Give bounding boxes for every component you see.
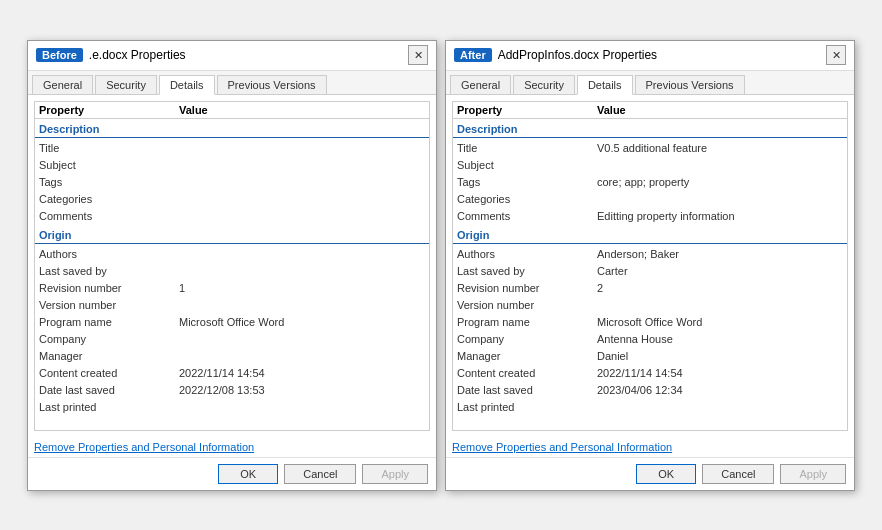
before-section-description: Description xyxy=(35,121,429,138)
before-cancel-button[interactable]: Cancel xyxy=(284,464,356,484)
before-tab-general[interactable]: General xyxy=(32,75,93,94)
table-row: CommentsEditting property information xyxy=(453,208,847,225)
before-table: Property Value Description Title Subject… xyxy=(34,101,430,431)
after-title-text: AddPropInfos.docx Properties xyxy=(498,48,657,62)
table-row: Last saved by xyxy=(35,263,429,280)
table-row: Last saved byCarter xyxy=(453,263,847,280)
before-col-value-header: Value xyxy=(179,104,425,116)
after-table-header: Property Value xyxy=(453,102,847,119)
table-row: ManagerDaniel xyxy=(453,348,847,365)
after-title-bar: After AddPropInfos.docx Properties ✕ xyxy=(446,41,854,71)
before-tab-security[interactable]: Security xyxy=(95,75,157,94)
table-row: Categories xyxy=(453,191,847,208)
after-content-area: Property Value Description TitleV0.5 add… xyxy=(446,95,854,437)
table-row: Subject xyxy=(453,157,847,174)
table-row: Content created2022/11/14 14:54 xyxy=(35,365,429,382)
after-col-property-header: Property xyxy=(457,104,597,116)
after-tab-security[interactable]: Security xyxy=(513,75,575,94)
table-row: CompanyAntenna House xyxy=(453,331,847,348)
table-row: Tags xyxy=(35,174,429,191)
after-cancel-button[interactable]: Cancel xyxy=(702,464,774,484)
before-col-property-header: Property xyxy=(39,104,179,116)
after-section-origin: Origin xyxy=(453,227,847,244)
before-badge: Before xyxy=(36,48,83,62)
before-table-header: Property Value xyxy=(35,102,429,119)
after-tab-details[interactable]: Details xyxy=(577,75,633,95)
after-col-value-header: Value xyxy=(597,104,843,116)
table-row: TitleV0.5 additional feature xyxy=(453,140,847,157)
table-row: Program nameMicrosoft Office Word xyxy=(35,314,429,331)
before-tab-previous-versions[interactable]: Previous Versions xyxy=(217,75,327,94)
table-row: Version number xyxy=(453,297,847,314)
after-apply-button[interactable]: Apply xyxy=(780,464,846,484)
table-row: Program nameMicrosoft Office Word xyxy=(453,314,847,331)
table-row: Company xyxy=(35,331,429,348)
table-row: Comments xyxy=(35,208,429,225)
after-tab-general[interactable]: General xyxy=(450,75,511,94)
before-title-text: .e.docx Properties xyxy=(89,48,186,62)
before-dialog: Before .e.docx Properties ✕ General Secu… xyxy=(27,40,437,491)
before-remove-properties-link[interactable]: Remove Properties and Personal Informati… xyxy=(28,437,436,457)
before-close-button[interactable]: ✕ xyxy=(408,45,428,65)
after-table-body: Description TitleV0.5 additional feature… xyxy=(453,119,847,423)
after-section-description: Description xyxy=(453,121,847,138)
table-row: Content created2022/11/14 14:54 xyxy=(453,365,847,382)
after-table: Property Value Description TitleV0.5 add… xyxy=(452,101,848,431)
table-row: Tagscore; app; property xyxy=(453,174,847,191)
before-ok-button[interactable]: OK xyxy=(218,464,278,484)
before-table-body: Description Title Subject Tags Categorie… xyxy=(35,119,429,423)
table-row: Revision number2 xyxy=(453,280,847,297)
after-title-left: After AddPropInfos.docx Properties xyxy=(454,48,657,62)
before-title-left: Before .e.docx Properties xyxy=(36,48,186,62)
table-row: Version number xyxy=(35,297,429,314)
before-tab-details[interactable]: Details xyxy=(159,75,215,95)
after-remove-properties-link[interactable]: Remove Properties and Personal Informati… xyxy=(446,437,854,457)
table-row: AuthorsAnderson; Baker xyxy=(453,246,847,263)
before-dialog-buttons: OK Cancel Apply xyxy=(28,457,436,490)
table-row: Authors xyxy=(35,246,429,263)
table-row: Date last saved2022/12/08 13:53 xyxy=(35,382,429,399)
after-close-button[interactable]: ✕ xyxy=(826,45,846,65)
table-row: Revision number1 xyxy=(35,280,429,297)
after-dialog: After AddPropInfos.docx Properties ✕ Gen… xyxy=(445,40,855,491)
table-row: Categories xyxy=(35,191,429,208)
table-row: Manager xyxy=(35,348,429,365)
before-tabs-bar: General Security Details Previous Versio… xyxy=(28,71,436,95)
table-row: Date last saved2023/04/06 12:34 xyxy=(453,382,847,399)
table-row: Subject xyxy=(35,157,429,174)
main-container: Before .e.docx Properties ✕ General Secu… xyxy=(17,30,865,501)
table-row: Last printed xyxy=(453,399,847,416)
after-tab-previous-versions[interactable]: Previous Versions xyxy=(635,75,745,94)
after-dialog-buttons: OK Cancel Apply xyxy=(446,457,854,490)
before-title-bar: Before .e.docx Properties ✕ xyxy=(28,41,436,71)
after-badge: After xyxy=(454,48,492,62)
before-section-origin: Origin xyxy=(35,227,429,244)
after-tabs-bar: General Security Details Previous Versio… xyxy=(446,71,854,95)
after-ok-button[interactable]: OK xyxy=(636,464,696,484)
before-content-area: Property Value Description Title Subject… xyxy=(28,95,436,437)
before-apply-button[interactable]: Apply xyxy=(362,464,428,484)
table-row: Last printed xyxy=(35,399,429,416)
table-row: Title xyxy=(35,140,429,157)
